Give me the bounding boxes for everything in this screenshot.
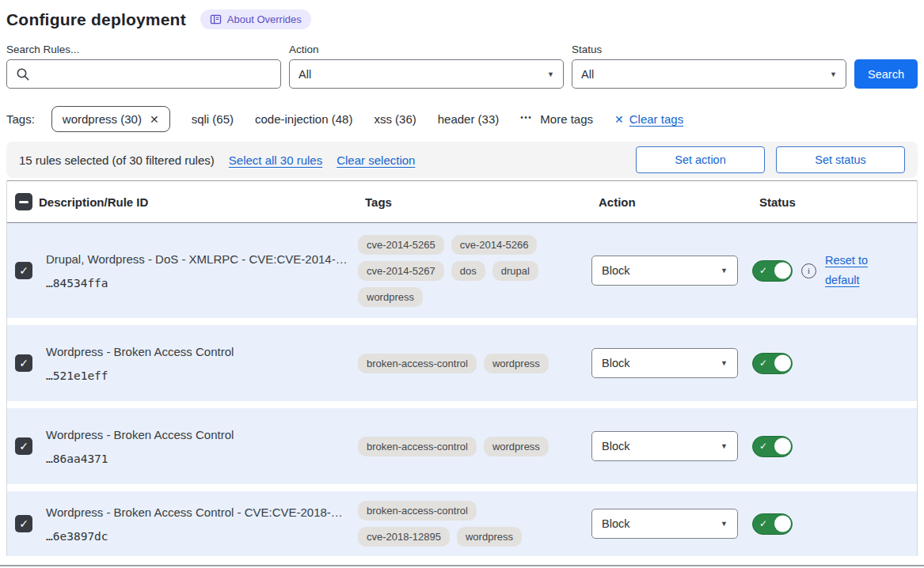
- clear-tags-label: Clear tags: [629, 112, 683, 126]
- reset-to-default-link[interactable]: Reset to default: [825, 251, 874, 290]
- chevron-down-icon: ▼: [721, 267, 728, 275]
- status-toggle[interactable]: ✓: [752, 513, 793, 535]
- chevron-down-icon: ▼: [721, 442, 728, 450]
- search-icon: [16, 67, 30, 81]
- status-toggle[interactable]: ✓: [752, 353, 793, 374]
- ellipsis-icon: •••: [520, 113, 532, 122]
- status-toggle[interactable]: ✓: [752, 436, 793, 457]
- about-overrides-label: About Overrides: [227, 13, 302, 25]
- tag-sqli[interactable]: sqli (65): [192, 112, 234, 126]
- search-rules-input[interactable]: [6, 59, 281, 89]
- tag-chip: dos: [451, 261, 485, 281]
- set-status-button[interactable]: Set status: [776, 146, 905, 173]
- action-select[interactable]: Block ▼: [591, 509, 738, 539]
- indeterminate-icon: [19, 201, 29, 203]
- selection-bar: 15 rules selected (of 30 filtered rules)…: [6, 142, 918, 178]
- search-rules-label: Search Rules...: [6, 44, 281, 55]
- column-header-tags: Tags: [356, 195, 591, 209]
- tag-code-injection[interactable]: code-injection (48): [255, 112, 352, 126]
- page-title: Configure deployment: [6, 10, 186, 29]
- clear-selection-link[interactable]: Clear selection: [337, 153, 415, 167]
- tag-chip: wordpress: [484, 437, 549, 456]
- column-header-description: Description/Rule ID: [39, 195, 356, 209]
- check-icon: ✓: [759, 518, 767, 529]
- chevron-down-icon: ▼: [830, 70, 837, 78]
- tag-chip: wordpress: [484, 354, 549, 373]
- row-checkbox[interactable]: ✓: [15, 354, 32, 372]
- table-header-row: Description/Rule ID Tags Action Status: [7, 180, 917, 223]
- set-action-button[interactable]: Set action: [636, 146, 765, 173]
- search-button[interactable]: Search: [854, 59, 918, 89]
- action-filter-label: Action: [289, 44, 564, 55]
- row-checkbox[interactable]: ✓: [15, 262, 32, 279]
- rule-description: Wordpress - Broken Access Control: [46, 344, 348, 360]
- tag-chip: cve-2014-5266: [451, 235, 538, 255]
- tag-chip: broken-access-control: [358, 354, 477, 373]
- status-toggle[interactable]: ✓: [752, 260, 793, 282]
- select-all-rules-link[interactable]: Select all 30 rules: [229, 153, 322, 167]
- rules-table: Description/Rule ID Tags Action Status ✓…: [6, 180, 918, 556]
- action-value: Block: [602, 517, 629, 530]
- tag-chip: wordpress: [457, 527, 522, 547]
- chevron-down-icon: ▼: [721, 359, 728, 367]
- book-icon: [210, 14, 222, 25]
- check-icon: ✓: [759, 265, 767, 276]
- action-select[interactable]: Block ▼: [591, 431, 738, 461]
- toggle-knob: [774, 263, 791, 279]
- rule-id: …6e3897dc: [46, 530, 348, 543]
- column-header-action: Action: [591, 195, 751, 209]
- rule-description: Wordpress - Broken Access Control - CVE:…: [46, 505, 348, 521]
- selected-tag-wordpress[interactable]: wordpress (30) ✕: [51, 106, 170, 132]
- selection-summary: 15 rules selected (of 30 filtered rules): [19, 153, 215, 167]
- tags-bar: Tags: wordpress (30) ✕ sqli (65) code-in…: [6, 106, 918, 132]
- row-checkbox[interactable]: ✓: [15, 515, 32, 532]
- remove-tag-icon[interactable]: ✕: [150, 113, 159, 126]
- chevron-down-icon: ▼: [721, 520, 728, 528]
- tag-chip: broken-access-control: [358, 501, 477, 521]
- status-filter-label: Status: [572, 44, 846, 55]
- column-header-status: Status: [751, 195, 917, 209]
- toggle-knob: [774, 516, 791, 532]
- tag-chip: cve-2018-12895: [358, 527, 450, 547]
- selected-tag-label: wordpress (30): [63, 112, 142, 126]
- tag-chip: wordpress: [358, 287, 423, 307]
- row-checkbox[interactable]: ✓: [15, 437, 32, 455]
- tag-chip: broken-access-control: [358, 437, 477, 456]
- action-select[interactable]: Block ▼: [591, 348, 738, 378]
- tag-chip: drupal: [492, 261, 538, 281]
- tag-header[interactable]: header (33): [438, 112, 500, 126]
- tag-chip: cve-2014-5265: [358, 235, 444, 255]
- rule-description: Drupal, Wordpress - DoS - XMLRPC - CVE:C…: [46, 252, 348, 267]
- action-select[interactable]: Block ▼: [591, 256, 738, 286]
- check-icon: ✓: [759, 358, 767, 369]
- select-all-checkbox[interactable]: [15, 193, 32, 210]
- chevron-down-icon: ▼: [547, 70, 554, 78]
- tags-label: Tags:: [6, 112, 35, 126]
- tag-xss[interactable]: xss (36): [374, 112, 416, 126]
- info-icon[interactable]: i: [801, 263, 816, 278]
- toggle-knob: [774, 355, 791, 372]
- status-filter-value: All: [581, 68, 594, 81]
- tag-chip: cve-2014-5267: [358, 261, 444, 281]
- table-row: ✓ Wordpress - Broken Access Control …521…: [7, 325, 917, 401]
- more-tags-label: More tags: [540, 112, 593, 126]
- table-row: ✓ Wordpress - Broken Access Control …86a…: [7, 408, 917, 484]
- rule-id: …86aa4371: [46, 453, 348, 465]
- table-row: ✓ Drupal, Wordpress - DoS - XMLRPC - CVE…: [7, 223, 917, 318]
- rule-description: Wordpress - Broken Access Control: [46, 427, 348, 443]
- about-overrides-badge[interactable]: About Overrides: [200, 9, 311, 29]
- table-bottom-border: [0, 565, 924, 566]
- more-tags-button[interactable]: ••• More tags: [520, 112, 593, 126]
- x-icon: ✕: [614, 113, 624, 126]
- action-value: Block: [602, 264, 629, 277]
- filter-bar: Search Rules... Action All ▼ Status All …: [6, 44, 918, 89]
- action-value: Block: [602, 440, 629, 453]
- action-value: Block: [602, 357, 629, 369]
- action-filter-select[interactable]: All ▼: [289, 59, 564, 89]
- clear-tags-button[interactable]: ✕ Clear tags: [614, 112, 683, 126]
- table-row: ✓ Wordpress - Broken Access Control - CV…: [7, 491, 917, 556]
- status-filter-select[interactable]: All ▼: [572, 59, 846, 89]
- toggle-knob: [774, 438, 791, 455]
- action-filter-value: All: [298, 68, 311, 81]
- rule-id: …521e1eff: [46, 369, 348, 382]
